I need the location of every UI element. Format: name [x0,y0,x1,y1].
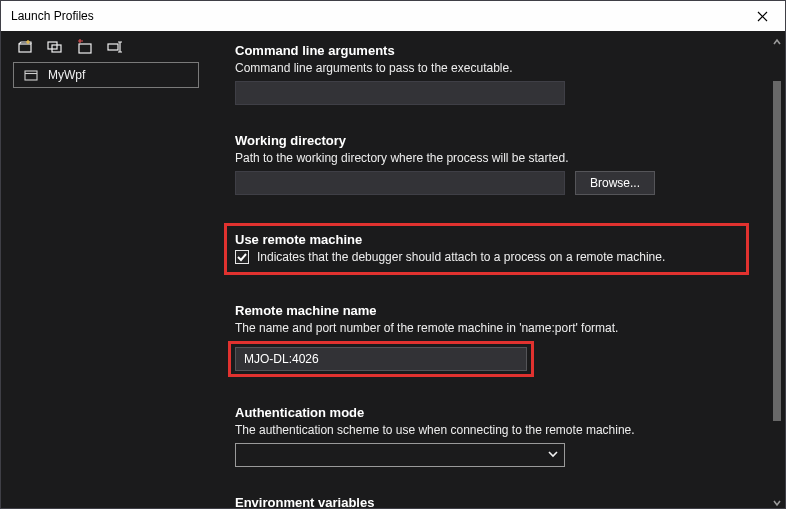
chevron-down-icon [548,448,558,462]
command-line-arguments-input[interactable] [235,81,565,105]
checkbox-label: Indicates that the debugger should attac… [257,250,665,264]
delete-profile-button[interactable] [77,39,93,55]
rename-profile-icon [107,39,123,55]
section-environment-variables: Environment variables [235,495,747,508]
profile-item-label: MyWpf [48,68,85,82]
highlight-box: Use remote machine Indicates that the de… [224,223,749,275]
profile-item-mywpf[interactable]: MyWpf [13,62,199,88]
highlight-box [228,341,534,377]
use-remote-machine-checkbox[interactable] [235,250,249,264]
remote-machine-name-input[interactable] [235,347,527,371]
duplicate-profile-button[interactable] [47,39,63,55]
project-icon [24,68,38,82]
section-title: Command line arguments [235,43,747,58]
rename-profile-button[interactable] [107,39,123,55]
section-title: Use remote machine [235,232,738,247]
svg-rect-0 [19,44,31,52]
section-remote-machine-name: Remote machine name The name and port nu… [235,303,747,377]
window-title: Launch Profiles [11,9,94,23]
scrollbar-thumb[interactable] [773,81,781,421]
section-command-line-arguments: Command line arguments Command line argu… [235,43,747,105]
section-title: Environment variables [235,495,747,508]
section-authentication-mode: Authentication mode The authentication s… [235,405,747,467]
section-title: Remote machine name [235,303,747,318]
section-desc: The authentication scheme to use when co… [235,423,747,437]
svg-rect-3 [79,44,91,53]
profile-list: MyWpf [1,62,211,88]
section-working-directory: Working directory Path to the working di… [235,133,747,195]
duplicate-profile-icon [47,39,63,55]
scroll-up-button[interactable] [773,35,781,43]
check-icon [237,252,247,262]
section-title: Working directory [235,133,747,148]
settings-panel: Command line arguments Command line argu… [211,31,769,508]
sidebar: MyWpf [1,31,211,508]
delete-profile-icon [77,39,93,55]
content-area: Command line arguments Command line argu… [211,31,785,508]
dialog-body: MyWpf Command line arguments Command lin… [1,31,785,508]
launch-profiles-window: Launch Profiles [0,0,786,509]
new-profile-button[interactable] [17,39,33,55]
section-use-remote-machine: Use remote machine Indicates that the de… [235,223,747,275]
section-desc: The name and port number of the remote m… [235,321,747,335]
section-desc: Path to the working directory where the … [235,151,747,165]
section-desc: Command line arguments to pass to the ex… [235,61,747,75]
profiles-toolbar [1,31,211,56]
svg-rect-5 [25,71,37,80]
svg-rect-4 [108,44,118,50]
scrollbar-track[interactable] [773,47,781,492]
close-icon [757,11,768,22]
browse-button[interactable]: Browse... [575,171,655,195]
vertical-scrollbar[interactable] [769,31,785,508]
section-title: Authentication mode [235,405,747,420]
new-profile-icon [17,39,33,55]
working-directory-input[interactable] [235,171,565,195]
scroll-down-button[interactable] [773,496,781,504]
titlebar: Launch Profiles [1,1,785,31]
authentication-mode-select[interactable] [235,443,565,467]
close-button[interactable] [740,1,785,31]
